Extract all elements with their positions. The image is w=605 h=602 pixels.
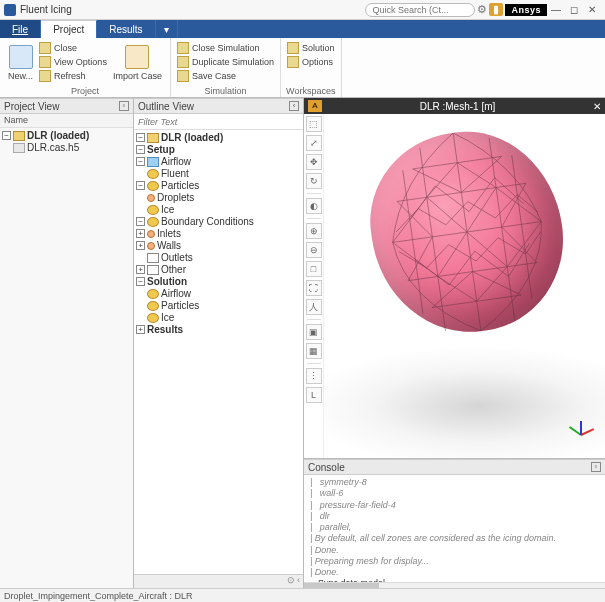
tab-project[interactable]: Project — [41, 20, 97, 38]
tab-results[interactable]: Results — [97, 20, 155, 38]
sol-airflow-icon — [147, 289, 159, 299]
tree-item-particles[interactable]: −Particles — [136, 180, 301, 192]
tool-box-button[interactable]: ⛶ — [306, 280, 322, 296]
solution-icon — [287, 42, 299, 54]
ribbon-group-label: Simulation — [175, 86, 276, 97]
view3d-header: A DLR :Mesh-1 [m] ✕ — [304, 98, 605, 114]
tree-item-walls[interactable]: +Walls — [136, 240, 301, 252]
tree-root[interactable]: −DLR (loaded) — [2, 130, 131, 142]
quick-search-input[interactable] — [365, 3, 475, 17]
view-options-button[interactable]: View Options — [39, 56, 107, 68]
help-user-icon[interactable]: ▮ — [489, 3, 503, 16]
save-case-button[interactable]: Save Case — [177, 70, 274, 82]
tool-move-button[interactable]: ✥ — [306, 154, 322, 170]
tree-item-solution[interactable]: −Solution — [136, 276, 301, 288]
bc-icon — [147, 217, 159, 227]
new-icon — [9, 45, 33, 69]
ribbon-group-label: Workspaces — [285, 86, 337, 97]
status-text: Droplet_Impingement_Complete_Aircraft : … — [4, 591, 193, 601]
window-maximize-button[interactable]: ◻ — [565, 4, 583, 15]
view3d-close-button[interactable]: ✕ — [593, 101, 601, 112]
tree-item-setup[interactable]: −Setup — [136, 144, 301, 156]
tool-shade-button[interactable]: ◐ — [306, 198, 322, 214]
tree-item-sol-ice[interactable]: Ice — [136, 312, 301, 324]
import-case-button[interactable]: Import Case — [109, 40, 166, 86]
ice-icon — [147, 205, 159, 215]
console-scrollbar[interactable] — [304, 582, 605, 588]
tool-pan-button[interactable]: ⤢ — [306, 135, 322, 151]
sol-particles-icon — [147, 301, 159, 311]
tree-item-other[interactable]: +Other — [136, 264, 301, 276]
tree-item-airflow[interactable]: −Airflow — [136, 156, 301, 168]
tool-zoomout-button[interactable]: ⊖ — [306, 242, 322, 258]
axis-triad[interactable] — [563, 416, 599, 452]
tool-more-button[interactable]: ⋮ — [306, 368, 322, 384]
tree-item-droplets[interactable]: Droplets — [136, 192, 301, 204]
outlets-icon — [147, 253, 159, 263]
tool-rotate-button[interactable]: ↻ — [306, 173, 322, 189]
tree-item-fluent[interactable]: Fluent — [136, 168, 301, 180]
tree-item-bc[interactable]: −Boundary Conditions — [136, 216, 301, 228]
ribbon-group-project: New... Close View Options Refresh Import… — [0, 38, 171, 97]
ribbon-tabs: File Project Results ▾ — [0, 20, 605, 38]
ribbon: New... Close View Options Refresh Import… — [0, 38, 605, 98]
view3d-body: ⬚ ⤢ ✥ ↻ ◐ ⊕ ⊖ □ ⛶ 人 ▣ ▦ ⋮ L — [304, 114, 605, 458]
import-icon — [125, 45, 149, 69]
tab-file[interactable]: File — [0, 20, 41, 38]
window-minimize-button[interactable]: — — [547, 4, 565, 15]
tree-item-inlets[interactable]: +Inlets — [136, 228, 301, 240]
tree-item-results[interactable]: +Results — [136, 324, 301, 336]
workspace-solution-button[interactable]: Solution — [287, 42, 335, 54]
close-sim-icon — [177, 42, 189, 54]
main-area: Project View ▫ Name −DLR (loaded) DLR.ca… — [0, 98, 605, 588]
view3d-canvas[interactable] — [324, 114, 605, 458]
outline-footer: ⊙ ‹ — [134, 574, 303, 588]
tree-item-sol-particles[interactable]: Particles — [136, 300, 301, 312]
console-output[interactable]: | symmetry-8 | wall-6 | pressure-far-fie… — [304, 475, 605, 582]
close-simulation-button[interactable]: Close Simulation — [177, 42, 274, 54]
close-project-button[interactable]: Close — [39, 42, 107, 54]
right-panel: A DLR :Mesh-1 [m] ✕ ⬚ ⤢ ✥ ↻ ◐ ⊕ ⊖ □ ⛶ 人 … — [304, 98, 605, 588]
tool-axis-button[interactable]: L — [306, 387, 322, 403]
workspace-options-button[interactable]: Options — [287, 56, 335, 68]
file-icon — [13, 143, 25, 153]
refresh-button[interactable]: Refresh — [39, 70, 107, 82]
folder-icon — [147, 133, 159, 143]
folder-icon — [13, 131, 25, 141]
app-icon — [4, 4, 16, 16]
console-dock-button[interactable]: ▫ — [591, 462, 601, 472]
other-icon — [147, 265, 159, 275]
duplicate-simulation-button[interactable]: Duplicate Simulation — [177, 56, 274, 68]
view-options-icon — [39, 56, 51, 68]
outline-view-panel: Outline View ‹ −DLR (loaded) −Setup −Air… — [134, 98, 304, 588]
tool-fit-button[interactable]: □ — [306, 261, 322, 277]
save-icon — [177, 70, 189, 82]
tool-zoomin-button[interactable]: ⊕ — [306, 223, 322, 239]
x-axis-icon — [581, 428, 595, 436]
droplets-icon — [147, 194, 155, 202]
project-view-columns: Name — [0, 114, 133, 128]
ansys-badge-icon: A — [308, 100, 322, 112]
outline-filter-input[interactable] — [134, 114, 303, 130]
brand-logo: Ansys — [505, 4, 547, 16]
tree-item-root[interactable]: −DLR (loaded) — [136, 132, 301, 144]
tab-dropdown[interactable]: ▾ — [156, 20, 178, 38]
tree-item-outlets[interactable]: Outlets — [136, 252, 301, 264]
panel-dock-button[interactable]: ▫ — [119, 101, 129, 111]
new-project-button[interactable]: New... — [4, 40, 37, 86]
project-view-header: Project View ▫ — [0, 98, 133, 114]
console-header: Console ▫ — [304, 459, 605, 475]
window-close-button[interactable]: ✕ — [583, 4, 601, 15]
view3d-title: DLR :Mesh-1 [m] — [322, 101, 593, 112]
tree-item-ice[interactable]: Ice — [136, 204, 301, 216]
panel-collapse-button[interactable]: ‹ — [289, 101, 299, 111]
tool-view1-button[interactable]: ▣ — [306, 324, 322, 340]
fluent-icon — [147, 169, 159, 179]
tree-item-sol-airflow[interactable]: Airflow — [136, 288, 301, 300]
title-bar: Fluent Icing ⚙ ▮ Ansys — ◻ ✕ — [0, 0, 605, 20]
tool-view2-button[interactable]: ▦ — [306, 343, 322, 359]
tree-file[interactable]: DLR.cas.h5 — [2, 142, 131, 154]
tool-probe-button[interactable]: 人 — [306, 299, 322, 315]
tool-select-button[interactable]: ⬚ — [306, 116, 322, 132]
settings-gear-icon[interactable]: ⚙ — [475, 3, 489, 16]
